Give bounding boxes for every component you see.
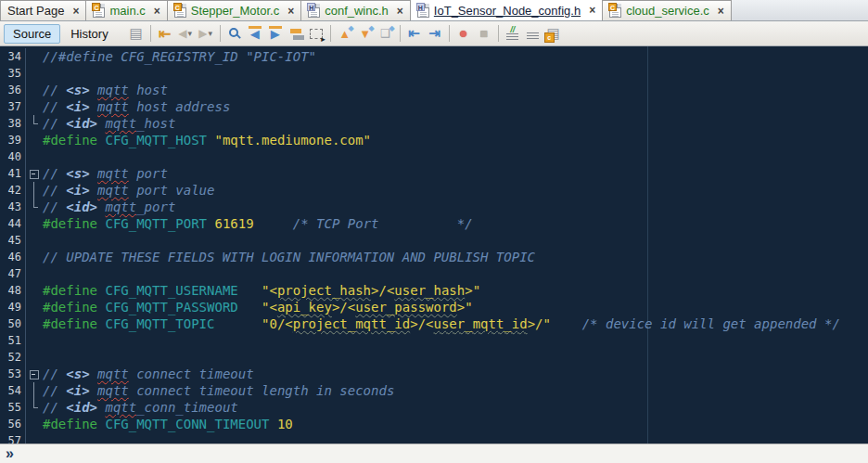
find-button[interactable]: [224, 23, 245, 44]
code-text[interactable]: // UPDATE THESE FIELDS WITH LOGIN INFORM…: [43, 249, 535, 265]
line-number[interactable]: 53: [0, 366, 26, 382]
code-line[interactable]: 38// <id> mqtt_host: [0, 115, 868, 132]
code-line[interactable]: 45: [0, 232, 868, 249]
line-number[interactable]: 44: [0, 215, 26, 232]
line-number[interactable]: 48: [0, 282, 26, 299]
code-line[interactable]: 46// UPDATE THESE FIELDS WITH LOGIN INFO…: [0, 249, 868, 265]
forward-button[interactable]: [196, 23, 216, 44]
stop-macro-button[interactable]: [474, 23, 494, 44]
code-fold-toggle-icon[interactable]: [26, 366, 43, 382]
close-icon[interactable]: [589, 6, 595, 15]
tab-stepper-motor-c[interactable]: CStepper_Motor.c: [168, 0, 301, 20]
code-text[interactable]: // <id> mqtt_host: [43, 115, 175, 132]
line-number[interactable]: 41: [0, 165, 26, 182]
code-line[interactable]: 42// <i> mqtt port value: [0, 182, 868, 199]
code-line[interactable]: 57: [0, 432, 868, 444]
line-number[interactable]: 35: [0, 65, 26, 82]
line-number[interactable]: 37: [0, 98, 26, 115]
code-text[interactable]: // <id> mqtt_port: [43, 199, 175, 215]
line-number[interactable]: 36: [0, 82, 26, 98]
comment-button[interactable]: [503, 23, 523, 44]
line-number[interactable]: 42: [0, 182, 26, 199]
expand-breadcrumb-icon[interactable]: »: [6, 446, 14, 461]
tab-conf-winc-h[interactable]: Hconf_winc.h: [301, 0, 411, 20]
code-text[interactable]: #define CFG_MQTT_HOST "mqtt.mediumone.co…: [43, 132, 371, 148]
line-number[interactable]: 40: [0, 148, 26, 165]
code-text[interactable]: #define CFG_MQTT_PASSWORD "<api_key>/<us…: [43, 299, 473, 315]
close-icon[interactable]: [287, 6, 294, 16]
code-line[interactable]: 36// <s> mqtt host: [0, 82, 868, 98]
tab-start-page[interactable]: Start Page: [0, 0, 86, 20]
code-line[interactable]: 53// <s> mqtt connect timeout: [0, 366, 868, 382]
code-text[interactable]: #define CFG_MQTT_PORT 61619 /* TCP Port …: [43, 215, 473, 232]
code-line[interactable]: 50#define CFG_MQTT_TOPIC "0/<project_mqt…: [0, 315, 868, 332]
line-number[interactable]: 34: [0, 48, 26, 65]
shift-right-button[interactable]: [425, 23, 445, 44]
next-bookmark-button[interactable]: [355, 23, 376, 44]
close-icon[interactable]: [72, 6, 79, 16]
code-text[interactable]: // <s> mqtt host: [43, 82, 168, 98]
code-text[interactable]: #define CFG_MQTT_TOPIC "0/<project_mqtt_…: [43, 315, 840, 332]
tab-main-c[interactable]: Cmain.c: [86, 0, 167, 20]
line-number[interactable]: 51: [0, 332, 26, 349]
line-number[interactable]: 50: [0, 315, 26, 332]
find-previous-button[interactable]: [245, 23, 265, 44]
uncomment-button[interactable]: [523, 23, 543, 44]
line-number[interactable]: 52: [0, 349, 26, 366]
tab-iot-sensor-node-config-h[interactable]: HIoT_Sensor_Node_config.h: [411, 0, 603, 20]
rectangular-selection-button[interactable]: [306, 23, 326, 44]
code-line[interactable]: 56#define CFG_MQTT_CONN_TIMEOUT 10: [0, 416, 868, 432]
history-view-button[interactable]: History: [62, 25, 116, 43]
line-number[interactable]: 47: [0, 265, 26, 282]
code-line[interactable]: 37// <i> mqtt host address: [0, 98, 868, 115]
jump-last-edit-button[interactable]: [155, 23, 175, 44]
last-document-button[interactable]: [126, 23, 147, 44]
tab-cloud-service-c[interactable]: Ccloud_service.c: [603, 0, 732, 20]
code-text[interactable]: // <s> mqtt connect timeout: [43, 366, 254, 382]
line-number[interactable]: 43: [0, 199, 26, 215]
code-text[interactable]: // <i> mqtt port value: [43, 182, 214, 199]
line-number[interactable]: 38: [0, 115, 26, 132]
code-text[interactable]: // <i> mqtt connect timeout length in se…: [43, 382, 394, 399]
code-text[interactable]: // <i> mqtt host address: [43, 98, 230, 115]
find-next-button[interactable]: [265, 23, 286, 44]
code-line[interactable]: 55// <id> mqtt_conn_timeout: [0, 399, 868, 416]
code-line[interactable]: 52: [0, 349, 868, 366]
back-button[interactable]: [175, 23, 196, 44]
line-number[interactable]: 54: [0, 382, 26, 399]
code-line[interactable]: 35: [0, 65, 868, 82]
line-number[interactable]: 45: [0, 232, 26, 249]
code-text[interactable]: //#define CFG_REGISTRY_ID "PIC-IOT": [43, 48, 316, 65]
previous-bookmark-button[interactable]: [335, 23, 355, 44]
line-number[interactable]: 39: [0, 132, 26, 148]
line-number[interactable]: 57: [0, 432, 26, 444]
goto-header-source-button[interactable]: [543, 23, 564, 44]
close-icon[interactable]: [397, 6, 403, 16]
code-line[interactable]: 39#define CFG_MQTT_HOST "mqtt.mediumone.…: [0, 132, 868, 148]
code-editor[interactable]: 34//#define CFG_REGISTRY_ID "PIC-IOT"353…: [0, 46, 868, 444]
code-line[interactable]: 48#define CFG_MQTT_USERNAME "<project_ha…: [0, 282, 868, 299]
code-text[interactable]: // <id> mqtt_conn_timeout: [43, 399, 238, 416]
code-line[interactable]: 51: [0, 332, 868, 349]
code-line[interactable]: 41// <s> mqtt port: [0, 165, 868, 182]
line-number[interactable]: 49: [0, 299, 26, 315]
line-number[interactable]: 56: [0, 416, 26, 432]
code-line[interactable]: 54// <i> mqtt connect timeout length in …: [0, 382, 868, 399]
close-icon[interactable]: [154, 6, 160, 16]
code-fold-toggle-icon[interactable]: [26, 165, 43, 182]
code-line[interactable]: 40: [0, 148, 868, 165]
code-line[interactable]: 49#define CFG_MQTT_PASSWORD "<api_key>/<…: [0, 299, 868, 315]
line-number[interactable]: 55: [0, 399, 26, 416]
code-text[interactable]: #define CFG_MQTT_CONN_TIMEOUT 10: [43, 416, 293, 432]
code-text[interactable]: #define CFG_MQTT_USERNAME "<project_hash…: [43, 282, 480, 299]
code-line[interactable]: 47: [0, 265, 868, 282]
source-view-button[interactable]: Source: [4, 24, 60, 44]
code-text[interactable]: // <s> mqtt port: [43, 165, 168, 182]
shift-left-button[interactable]: [404, 23, 425, 44]
code-line[interactable]: 43// <id> mqtt_port: [0, 199, 868, 215]
toggle-bookmark-button[interactable]: [376, 23, 396, 44]
line-number[interactable]: 46: [0, 249, 26, 265]
code-line[interactable]: 44#define CFG_MQTT_PORT 61619 /* TCP Por…: [0, 215, 868, 232]
toggle-highlight-button[interactable]: [286, 23, 306, 44]
code-line[interactable]: 34//#define CFG_REGISTRY_ID "PIC-IOT": [0, 48, 868, 65]
